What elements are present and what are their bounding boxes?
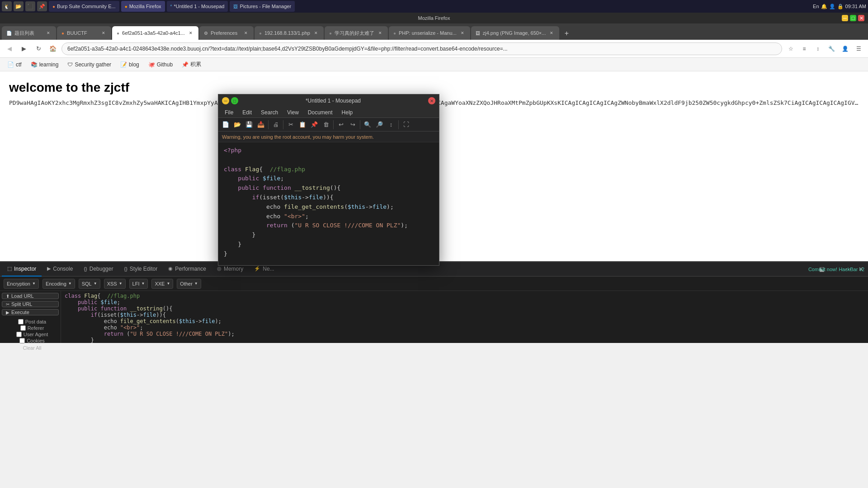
bookmark-github[interactable]: 🐙 Github bbox=[145, 61, 176, 69]
devtools-tab-debugger[interactable]: {} Debugger bbox=[78, 262, 118, 277]
mp-new-btn[interactable]: 📄 bbox=[220, 119, 231, 130]
extensions-btn[interactable]: 🔧 bbox=[826, 43, 837, 55]
tab-1-close[interactable]: ✕ bbox=[45, 30, 52, 36]
bookmark-star-btn[interactable]: ☆ bbox=[785, 43, 797, 55]
bookmark-learning[interactable]: 📚 learning bbox=[27, 61, 62, 69]
tab-7-close[interactable]: ✕ bbox=[459, 30, 466, 36]
checkbox-user-agent[interactable]: User Agent bbox=[16, 332, 48, 337]
devtools-tab-inspector[interactable]: ⬚ Inspector bbox=[2, 262, 42, 277]
mp-fullscreen-btn[interactable]: ⛶ bbox=[401, 119, 411, 130]
browser-tab-3[interactable]: ● 6ef2a051-a3a5-42a0-a4c1... ✕ bbox=[112, 26, 198, 40]
xxe-dropdown[interactable]: XXE ▼ bbox=[151, 279, 173, 289]
browser-tab-6[interactable]: ● 学习真的好太难了 ✕ bbox=[325, 26, 388, 40]
address-bar-input[interactable] bbox=[61, 42, 782, 55]
mp-saveas-btn[interactable]: 📥 bbox=[255, 119, 266, 130]
mousepad-menu-edit[interactable]: Edit bbox=[238, 107, 256, 118]
browser-tab-8[interactable]: 🖼 zj4.png (PNG Image, 650×... ✕ bbox=[471, 26, 560, 40]
mousepad-minimize-btn[interactable]: ─ bbox=[222, 97, 229, 104]
browser-close-btn[interactable]: ✕ bbox=[858, 15, 864, 21]
browser-tab-4[interactable]: ⚙ Preferences ✕ bbox=[199, 26, 254, 40]
devtools-tab-console[interactable]: ▶ Console bbox=[42, 262, 78, 277]
browser-tab-7[interactable]: ● PHP: unserialize - Manu... ✕ bbox=[389, 26, 470, 40]
post-data-checkbox[interactable] bbox=[18, 319, 24, 324]
mp-save-btn[interactable]: 💾 bbox=[244, 119, 255, 130]
account-btn[interactable]: 👤 bbox=[839, 43, 851, 55]
checkbox-cookies[interactable]: Cookies bbox=[19, 338, 45, 343]
mp-gotoln-btn[interactable]: ↕ bbox=[386, 119, 396, 130]
xss-dropdown[interactable]: XSS ▼ bbox=[104, 279, 126, 289]
mp-delete-btn[interactable]: 🗑 bbox=[321, 119, 331, 130]
checkbox-referer[interactable]: Referer bbox=[20, 325, 44, 331]
other-dropdown[interactable]: Other ▼ bbox=[177, 279, 201, 289]
tab-2-close[interactable]: ✕ bbox=[100, 30, 107, 36]
tab-3-close[interactable]: ✕ bbox=[188, 30, 194, 36]
mousepad-titlebar: ─ □ *Untitled 1 - Mousepad ✕ bbox=[218, 94, 439, 107]
nav-home-btn[interactable]: 🏠 bbox=[47, 43, 59, 55]
cookies-checkbox[interactable] bbox=[19, 338, 25, 343]
taskbar-app-filemanager-label: Pictures - File Manager bbox=[240, 4, 291, 9]
mousepad-menu-view[interactable]: View bbox=[283, 107, 303, 118]
nav-back-btn[interactable]: ◀ bbox=[4, 43, 15, 55]
split-url-btn[interactable]: ✂ Split URL bbox=[2, 301, 59, 307]
mousepad-menu-file[interactable]: File bbox=[220, 107, 238, 118]
taskbar-app-mousepad-label: *Untitled 1 - Mousepad bbox=[174, 4, 225, 9]
tab-8-close[interactable]: ✕ bbox=[548, 30, 555, 36]
nav-forward-btn[interactable]: ▶ bbox=[18, 43, 30, 55]
tab-6-close[interactable]: ✕ bbox=[377, 30, 383, 36]
encoding-dropdown[interactable]: Encoding ▼ bbox=[42, 279, 75, 289]
browser-tab-1[interactable]: 📄 题目列表 ✕ bbox=[2, 26, 56, 40]
checkbox-post-data[interactable]: Post data bbox=[18, 319, 46, 324]
execute-btn[interactable]: ▶ Execute bbox=[2, 309, 59, 315]
menu-btn[interactable]: ☰ bbox=[853, 43, 864, 55]
tab-5-close[interactable]: ✕ bbox=[313, 30, 319, 36]
mp-search-btn[interactable]: 🔍 bbox=[362, 119, 373, 130]
browser-min-btn[interactable]: ─ bbox=[842, 15, 848, 21]
nav-reload-btn[interactable]: ↻ bbox=[33, 43, 44, 55]
mousepad-menu-help[interactable]: Help bbox=[337, 107, 358, 118]
mousepad-maximize-btn[interactable]: □ bbox=[231, 97, 238, 104]
browser-tab-5[interactable]: ● 192.168.8.133/1.php ✕ bbox=[255, 26, 324, 40]
mousepad-menu-search[interactable]: Search bbox=[256, 107, 283, 118]
clear-all-btn[interactable]: Clear All bbox=[20, 344, 44, 352]
bookmark-ctf[interactable]: 📄 ctf bbox=[4, 61, 25, 69]
mousepad-editor[interactable]: <?php class Flag{ //flag.php public $fil… bbox=[218, 142, 439, 265]
new-tab-btn[interactable]: + bbox=[560, 27, 573, 40]
mp-copy-btn[interactable]: 📋 bbox=[297, 119, 308, 130]
mp-cut-btn[interactable]: ✂ bbox=[285, 119, 296, 130]
mp-redo-btn[interactable]: ↪ bbox=[347, 119, 358, 130]
bookmark-security[interactable]: 🛡 Security gather bbox=[64, 61, 115, 69]
lfi-dropdown[interactable]: LFI ▼ bbox=[129, 279, 148, 289]
mousepad-close-btn[interactable]: ✕ bbox=[428, 97, 435, 104]
referer-checkbox[interactable] bbox=[20, 325, 26, 331]
tab-4-close[interactable]: ✕ bbox=[243, 30, 249, 36]
mousepad-menu-document[interactable]: Document bbox=[303, 107, 337, 118]
user-agent-checkbox[interactable] bbox=[16, 332, 22, 337]
taskbar-app-burp[interactable]: ● Burp Suite Community E... bbox=[49, 1, 119, 12]
mp-searchreplace-btn[interactable]: 🔎 bbox=[374, 119, 385, 130]
taskbar-app-mousepad[interactable]: * *Untitled 1 - Mousepad bbox=[167, 1, 228, 12]
browser-max-btn[interactable]: □ bbox=[850, 15, 856, 21]
taskbar-system-icon[interactable]: 🐧 bbox=[2, 1, 12, 11]
mp-print-btn[interactable]: 🖨 bbox=[270, 119, 281, 130]
bookmarks-bar: 📄 ctf 📚 learning 🛡 Security gather 📝 blo… bbox=[0, 58, 868, 71]
bookmark-jilei[interactable]: 📌 积累 bbox=[178, 60, 205, 69]
devtools-toolbar: Encryption ▼ Encoding ▼ SQL ▼ XSS ▼ LFI bbox=[0, 277, 868, 291]
browser-tab-2[interactable]: ● BUUCTF ✕ bbox=[57, 26, 111, 40]
load-url-btn[interactable]: ⬆ Load URL bbox=[2, 293, 59, 299]
taskbar-app-firefox[interactable]: ● Mozilla Firefox bbox=[121, 1, 165, 12]
taskbar-files-icon[interactable]: 📂 bbox=[14, 1, 24, 11]
encryption-dropdown[interactable]: Encryption ▼ bbox=[4, 279, 39, 289]
sync-btn[interactable]: ↕ bbox=[812, 43, 824, 55]
mp-undo-btn[interactable]: ↩ bbox=[335, 119, 346, 130]
taskbar-pin-icon[interactable]: 📌 bbox=[37, 1, 47, 11]
taskbar-terminal-icon[interactable]: ⬛ bbox=[25, 1, 35, 11]
mp-paste-btn[interactable]: 📌 bbox=[309, 119, 320, 130]
devtools-tab-performance[interactable]: ◉ Performance bbox=[163, 262, 212, 277]
mp-open-btn[interactable]: 📂 bbox=[232, 119, 243, 130]
bookmark-blog[interactable]: 📝 blog bbox=[117, 61, 143, 69]
tab-7-label: PHP: unserialize - Manu... bbox=[399, 30, 457, 36]
reader-view-btn[interactable]: ≡ bbox=[798, 43, 810, 55]
devtools-tab-style-editor[interactable]: {} Style Editor bbox=[118, 262, 163, 277]
taskbar-app-filemanager[interactable]: 🖼 Pictures - File Manager bbox=[230, 1, 295, 12]
sql-dropdown[interactable]: SQL ▼ bbox=[79, 279, 100, 289]
